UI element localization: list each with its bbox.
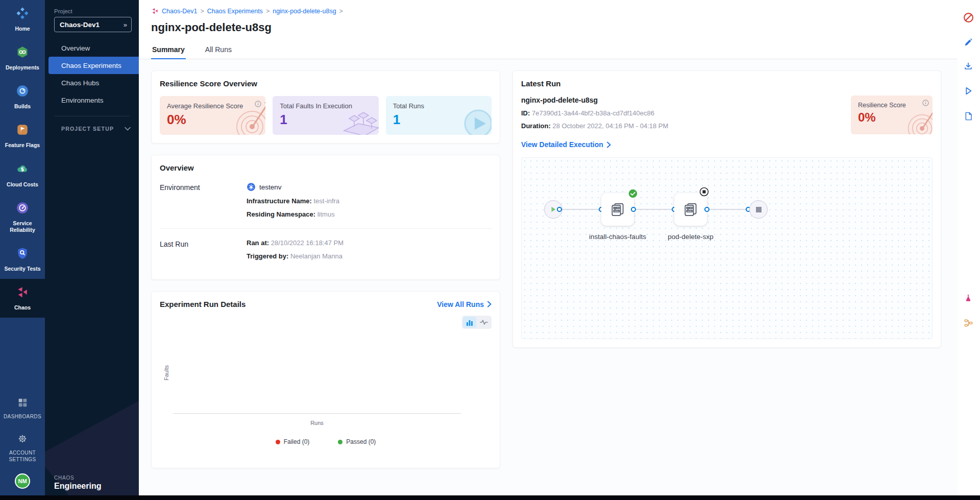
home-icon	[16, 7, 29, 22]
tile-value: 0%	[167, 112, 258, 128]
tab-bar: Summary All Runs	[139, 41, 980, 59]
breadcrumb-link-project[interactable]: Chaos-Dev1	[162, 8, 197, 15]
sidebar-item-chaos-experiments[interactable]: Chaos Experiments	[48, 57, 139, 74]
tab-all-runs[interactable]: All Runs	[204, 41, 233, 59]
triggered-by-value: Neelanjan Manna	[290, 252, 342, 260]
breadcrumb-separator: >	[339, 8, 343, 15]
edit-experiment-button[interactable]	[962, 36, 974, 48]
pipeline-node-pod-delete-sxp[interactable]	[674, 193, 707, 226]
sidebar-item-feature-flags[interactable]: Feature Flags	[0, 116, 45, 155]
sidebar-item-overview[interactable]: Overview	[45, 39, 139, 57]
resilience-score-tile: Resilience Score 0%	[851, 96, 933, 134]
tile-value: 1	[280, 112, 371, 128]
dashboards-icon	[17, 397, 28, 410]
view-manifest-button[interactable]	[962, 110, 974, 122]
environment-name[interactable]: testenv	[259, 183, 282, 191]
sidebar-item-deployments[interactable]: Deployments	[0, 39, 45, 78]
passed-dot	[338, 440, 342, 444]
kubernetes-icon	[247, 182, 256, 192]
disable-experiment-button[interactable]	[962, 11, 974, 23]
card-title: Experiment Run Details	[160, 300, 246, 308]
rail-spacer	[0, 318, 45, 390]
content-area: Resilience Score Overview Average Resili…	[139, 59, 980, 500]
namespace-value: litmus	[317, 210, 335, 218]
chart-plot-area	[173, 332, 461, 414]
svg-text:$: $	[21, 166, 24, 172]
sidebar-item-builds[interactable]: Builds	[0, 78, 45, 116]
sidebar-item-chaos[interactable]: Chaos	[0, 279, 45, 318]
target-illustration	[894, 102, 933, 134]
avatar[interactable]: NM	[15, 473, 30, 489]
sidebar-item-chaos-hubs[interactable]: Chaos Hubs	[45, 74, 139, 91]
chaos-breadcrumb-icon	[151, 7, 159, 15]
view-detailed-execution-link[interactable]: View Detailed Execution	[521, 140, 611, 149]
chaos-icon	[16, 285, 29, 301]
pipeline-node-install-chaos-faults[interactable]	[601, 193, 634, 226]
sidebar-item-dashboards[interactable]: DASHBOARDS	[0, 390, 45, 427]
chart-legend: Failed (0) Passed (0)	[160, 438, 492, 445]
connector-dot[interactable]	[557, 207, 562, 212]
sidebar-item-security-tests[interactable]: Security Tests	[0, 240, 45, 279]
resilience-score-overview-card: Resilience Score Overview Average Resili…	[151, 70, 500, 144]
sidebar-item-label: Cloud Costs	[7, 181, 38, 188]
pipeline-node-label: install-chaos-faults	[587, 232, 648, 242]
project-setup-toggle[interactable]: PROJECT SETUP	[45, 116, 139, 132]
project-name: Chaos-Dev1	[60, 21, 100, 29]
feature-flags-icon	[16, 123, 29, 138]
cloud-costs-icon: $	[16, 162, 29, 178]
service-reliability-icon	[16, 201, 29, 217]
run-experiment-button[interactable]	[962, 85, 974, 97]
page-title: nginx-pod-delete-u8sg	[151, 21, 968, 34]
chevron-right-icon	[607, 141, 611, 148]
pipeline-end-node[interactable]	[749, 200, 768, 219]
sidebar-item-label: Service Reliability	[1, 220, 44, 233]
download-manifest-button[interactable]	[962, 60, 974, 73]
app-window: Home Deployments Builds Feature Flags $ …	[0, 0, 980, 500]
module-sidebar: Home Deployments Builds Feature Flags $ …	[0, 0, 45, 500]
legend-item-failed: Failed (0)	[276, 438, 310, 445]
namespace-label: Residing Namespace:	[247, 210, 315, 218]
breadcrumb-separator: >	[266, 8, 270, 15]
run-id-label: ID:	[521, 109, 530, 117]
stop-icon	[756, 207, 762, 212]
sidebar-item-cloud-costs[interactable]: $ Cloud Costs	[0, 156, 45, 195]
sidebar-item-environments[interactable]: Environments	[45, 91, 139, 109]
expand-icon[interactable]: »	[124, 21, 127, 29]
builds-icon	[16, 84, 29, 100]
total-runs-tile: Total Runs 1	[386, 96, 492, 135]
experiment-flask-button[interactable]	[962, 292, 974, 304]
right-column: Latest Run nginx-pod-delete-u8sg ID: 7e7…	[512, 70, 941, 348]
run-duration-value: 28 October 2022, 04:16 PM - 04:18 PM	[552, 122, 668, 130]
activity-icon	[480, 319, 488, 325]
line-chart-toggle-button[interactable]	[477, 317, 491, 328]
latest-run-card: Latest Run nginx-pod-delete-u8sg ID: 7e7…	[512, 70, 941, 348]
branding-big: Engineering	[54, 482, 101, 491]
info-icon[interactable]	[255, 100, 261, 109]
breadcrumb-separator: >	[200, 8, 204, 15]
sidebar-item-account-settings[interactable]: ACCOUNT SETTINGS	[0, 426, 45, 469]
tab-summary[interactable]: Summary	[151, 41, 186, 59]
ran-at-row: Ran at: 28/10/2022 16:18:47 PM	[247, 239, 492, 247]
pencil-icon	[964, 37, 973, 47]
tile-value: 1	[393, 112, 484, 128]
connector-dot[interactable]	[704, 207, 709, 212]
bar-chart-toggle-button[interactable]	[463, 317, 476, 328]
breadcrumb-link-experiment[interactable]: nginx-pod-delete-u8sg	[273, 8, 336, 15]
infrastructure-label: Infrastructure Name:	[247, 197, 312, 205]
sidebar-item-service-reliability[interactable]: Service Reliability	[0, 195, 45, 240]
right-toolbar	[958, 0, 980, 500]
pipeline-view-button[interactable]	[962, 317, 974, 329]
sitemap-icon	[964, 318, 973, 328]
breadcrumb-link-experiments[interactable]: Chaos Experiments	[207, 8, 263, 15]
security-tests-icon	[16, 247, 29, 262]
average-resilience-score-tile: Average Resilience Score 0%	[160, 96, 265, 135]
project-selector[interactable]: Chaos-Dev1 »	[54, 17, 132, 32]
sidebar-item-home[interactable]: Home	[0, 0, 45, 39]
sidebar-item-label: Home	[15, 26, 30, 32]
connector-dot[interactable]	[631, 207, 636, 212]
prohibited-icon	[963, 12, 974, 23]
view-all-runs-link[interactable]: View All Runs	[437, 300, 492, 308]
legend-item-passed: Passed (0)	[338, 438, 376, 445]
pipeline-node-label: pod-delete-sxp	[660, 232, 721, 242]
legend-label: Failed (0)	[284, 438, 310, 445]
